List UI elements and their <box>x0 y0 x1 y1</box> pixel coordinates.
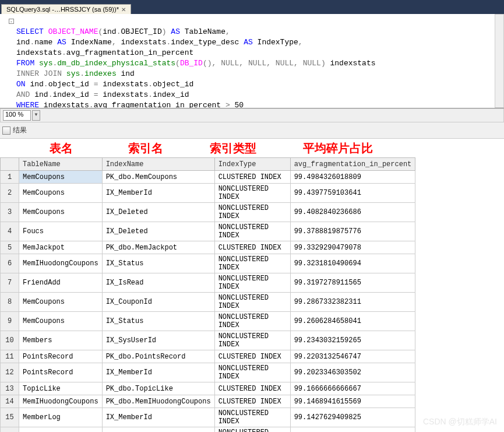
cell-fragmentation[interactable]: 99.4984326018809 <box>290 171 415 184</box>
cell-indexname[interactable]: PK_dbo.MemJackpot <box>102 241 214 254</box>
cell-indexname[interactable]: IX_Status <box>102 254 214 273</box>
cell-indextype[interactable]: NONCLUSTERED INDEX <box>214 273 290 293</box>
cell-indextype[interactable]: NONCLUSTERED INDEX <box>214 312 290 331</box>
cell-tablename[interactable]: MemCoupons <box>19 184 103 203</box>
zoom-dropdown[interactable]: ▼ <box>32 110 40 121</box>
table-row[interactable]: 1MemCouponsPK_dbo.MemCouponsCLUSTERED IN… <box>1 171 415 184</box>
cell-indextype[interactable]: NONCLUSTERED INDEX <box>214 254 290 273</box>
cell-indextype[interactable]: NONCLUSTERED INDEX <box>214 331 290 350</box>
cell-indextype[interactable]: NONCLUSTERED INDEX <box>214 408 290 427</box>
row-number[interactable]: 6 <box>1 254 19 273</box>
cell-indextype[interactable]: CLUSTERED INDEX <box>214 395 290 408</box>
cell-indextype[interactable]: NONCLUSTERED INDEX <box>214 427 290 433</box>
col-indexname[interactable]: IndexName <box>102 158 214 171</box>
row-number[interactable]: 16 <box>1 427 19 433</box>
cell-indexname[interactable]: IX_IsRead <box>102 273 214 293</box>
results-grid[interactable]: TableName IndexName IndexType avg_fragme… <box>0 157 415 432</box>
col-rownum[interactable] <box>1 158 19 171</box>
table-row[interactable]: 2MemCouponsIX_MemberIdNONCLUSTERED INDEX… <box>1 184 415 203</box>
cell-indextype[interactable]: CLUSTERED INDEX <box>214 382 290 395</box>
col-indextype[interactable]: IndexType <box>214 158 290 171</box>
editor-scrollbar[interactable] <box>495 14 504 108</box>
table-row[interactable]: 15MemberLogIX_MemberIdNONCLUSTERED INDEX… <box>1 408 415 427</box>
close-icon[interactable]: ✕ <box>121 6 126 13</box>
table-row[interactable]: 8MemCouponsIX_CouponIdNONCLUSTERED INDEX… <box>1 293 415 312</box>
collapse-icon[interactable]: - <box>9 19 14 24</box>
cell-indexname[interactable]: IX_SendId <box>102 427 214 433</box>
cell-tablename[interactable]: MemCoupons <box>19 312 103 331</box>
cell-fragmentation[interactable]: 99.1366366366366 <box>290 427 415 433</box>
zoom-input[interactable]: 100 % <box>3 110 31 121</box>
sql-editor[interactable]: - SELECT OBJECT_NAME(ind.OBJECT_ID) AS T… <box>0 14 495 108</box>
row-number[interactable]: 13 <box>1 382 19 395</box>
cell-indexname[interactable]: IX_MemberId <box>102 363 214 382</box>
cell-tablename[interactable]: MemIHuodongCoupons <box>19 395 103 408</box>
row-number[interactable]: 7 <box>1 273 19 293</box>
row-number[interactable]: 15 <box>1 408 19 427</box>
cell-indexname[interactable]: PK_dbo.MemIHuodongCoupons <box>102 395 214 408</box>
table-row[interactable]: 16MsgPublicIX_SendIdNONCLUSTERED INDEX99… <box>1 427 415 433</box>
cell-indextype[interactable]: CLUSTERED INDEX <box>214 241 290 254</box>
row-number[interactable]: 14 <box>1 395 19 408</box>
cell-fragmentation[interactable]: 99.3231810490694 <box>290 254 415 273</box>
cell-indexname[interactable]: PK_dbo.MemCoupons <box>102 171 214 184</box>
row-number[interactable]: 1 <box>1 171 19 184</box>
cell-indexname[interactable]: IX_Deleted <box>102 222 214 241</box>
table-row[interactable]: 10MembersIX_SysUserIdNONCLUSTERED INDEX9… <box>1 331 415 350</box>
query-tab[interactable]: SQLQuery3.sql -…HRSSJCY (sa (59))* ✕ <box>1 4 131 14</box>
cell-indextype[interactable]: NONCLUSTERED INDEX <box>214 363 290 382</box>
cell-tablename[interactable]: PointsRecord <box>19 350 103 363</box>
cell-tablename[interactable]: MsgPublic <box>19 427 103 433</box>
cell-indextype[interactable]: CLUSTERED INDEX <box>214 171 290 184</box>
table-row[interactable]: 11PointsRecordPK_dbo.PointsRecordCLUSTER… <box>1 350 415 363</box>
cell-fragmentation[interactable]: 99.2606284658041 <box>290 312 415 331</box>
cell-fragmentation[interactable]: 99.4397759103641 <box>290 184 415 203</box>
cell-indexname[interactable]: IX_MemberId <box>102 408 214 427</box>
cell-tablename[interactable]: Members <box>19 331 103 350</box>
row-number[interactable]: 9 <box>1 312 19 331</box>
cell-tablename[interactable]: MemberLog <box>19 408 103 427</box>
cell-fragmentation[interactable]: 99.3197278911565 <box>290 273 415 293</box>
cell-tablename[interactable]: MemCoupons <box>19 203 103 222</box>
row-number[interactable]: 12 <box>1 363 19 382</box>
cell-indextype[interactable]: CLUSTERED INDEX <box>214 350 290 363</box>
cell-fragmentation[interactable]: 99.1666666666667 <box>290 382 415 395</box>
table-row[interactable]: 6MemIHuodongCouponsIX_StatusNONCLUSTERED… <box>1 254 415 273</box>
table-row[interactable]: 7FriendAddIX_IsReadNONCLUSTERED INDEX99.… <box>1 273 415 293</box>
table-row[interactable]: 9MemCouponsIX_StatusNONCLUSTERED INDEX99… <box>1 312 415 331</box>
cell-tablename[interactable]: MemJackpot <box>19 241 103 254</box>
cell-indextype[interactable]: NONCLUSTERED INDEX <box>214 222 290 241</box>
cell-tablename[interactable]: Foucs <box>19 222 103 241</box>
cell-indexname[interactable]: PK_dbo.PointsRecord <box>102 350 214 363</box>
col-tablename[interactable]: TableName <box>19 158 103 171</box>
cell-fragmentation[interactable]: 99.4082840236686 <box>290 203 415 222</box>
table-row[interactable]: 5MemJackpotPK_dbo.MemJackpotCLUSTERED IN… <box>1 241 415 254</box>
row-number[interactable]: 8 <box>1 293 19 312</box>
cell-indexname[interactable]: PK_dbo.TopicLike <box>102 382 214 395</box>
cell-tablename[interactable]: TopicLike <box>19 382 103 395</box>
cell-fragmentation[interactable]: 99.2867332382311 <box>290 293 415 312</box>
table-row[interactable]: 3MemCouponsIX_DeletedNONCLUSTERED INDEX9… <box>1 203 415 222</box>
cell-tablename[interactable]: FriendAdd <box>19 273 103 293</box>
cell-fragmentation[interactable]: 99.3329290479078 <box>290 241 415 254</box>
cell-indexname[interactable]: IX_MemberId <box>102 184 214 203</box>
table-row[interactable]: 12PointsRecordIX_MemberIdNONCLUSTERED IN… <box>1 363 415 382</box>
cell-fragmentation[interactable]: 99.2023346303502 <box>290 363 415 382</box>
cell-indexname[interactable]: IX_CouponId <box>102 293 214 312</box>
cell-fragmentation[interactable]: 99.2343032159265 <box>290 331 415 350</box>
cell-indextype[interactable]: NONCLUSTERED INDEX <box>214 203 290 222</box>
cell-indextype[interactable]: NONCLUSTERED INDEX <box>214 184 290 203</box>
cell-tablename[interactable]: MemCoupons <box>19 171 103 184</box>
cell-indexname[interactable]: IX_Deleted <box>102 203 214 222</box>
cell-fragmentation[interactable]: 99.2203132546747 <box>290 350 415 363</box>
cell-tablename[interactable]: MemIHuodongCoupons <box>19 254 103 273</box>
row-number[interactable]: 2 <box>1 184 19 203</box>
results-tab-label[interactable]: 结果 <box>13 125 27 135</box>
row-number[interactable]: 10 <box>1 331 19 350</box>
table-row[interactable]: 13TopicLikePK_dbo.TopicLikeCLUSTERED IND… <box>1 382 415 395</box>
cell-tablename[interactable]: PointsRecord <box>19 363 103 382</box>
row-number[interactable]: 5 <box>1 241 19 254</box>
table-row[interactable]: 14MemIHuodongCouponsPK_dbo.MemIHuodongCo… <box>1 395 415 408</box>
cell-tablename[interactable]: MemCoupons <box>19 293 103 312</box>
cell-fragmentation[interactable]: 99.3788819875776 <box>290 222 415 241</box>
